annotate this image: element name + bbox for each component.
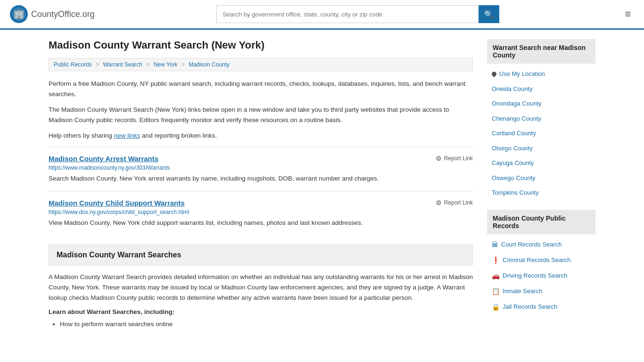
sidebar-public-records-section: Madison County Public Records 🏛 Court Re… <box>487 210 595 315</box>
jail-records-label: Jail Records Search <box>503 302 557 312</box>
sidebar-nearby-oneida[interactable]: Oneida County <box>487 82 595 97</box>
resource-url-child-support: https://www.dos.ny.gov/corps/child_suppo… <box>49 209 473 215</box>
location-dot-icon <box>491 71 497 77</box>
report-icon-1: ⚙ <box>436 155 442 162</box>
search-area: 🔍 <box>216 5 499 23</box>
resource-card-arrest-warrants: Madison County Arrest Warrants ⚙ Report … <box>49 147 473 191</box>
report-link-btn-2[interactable]: ⚙ Report Link <box>436 199 473 206</box>
resource-card-header-1: Madison County Arrest Warrants ⚙ Report … <box>49 155 473 163</box>
header: 🏢 CountyOffice.org 🔍 ≡ <box>0 0 644 30</box>
resource-desc-arrest-warrants: Search Madison County, New York arrest w… <box>49 174 473 183</box>
sidebar-nearby-section: Warrant Search near Madison County Use M… <box>487 39 595 200</box>
resource-title-child-support[interactable]: Madison County Child Support Warrants <box>49 199 185 207</box>
desc3-suffix: and reporting broken links. <box>140 132 217 139</box>
logo-area: 🏢 CountyOffice.org <box>9 5 95 24</box>
warrant-section-desc: A Madison County Warrant Search provides… <box>49 272 473 303</box>
court-records-icon: 🏛 <box>492 240 498 250</box>
resource-title-arrest-warrants[interactable]: Madison County Arrest Warrants <box>49 155 158 163</box>
sidebar-nearby-title: Warrant Search near Madison County <box>487 39 595 64</box>
sidebar-criminal-records[interactable]: ❗ Criminal Records Search <box>487 253 595 268</box>
breadcrumb-sep-3: > <box>182 61 185 68</box>
desc-paragraph-2: The Madison County Warrant Search (New Y… <box>49 105 473 125</box>
breadcrumb-sep-2: > <box>146 61 149 68</box>
warrant-section-heading: Madison County Warrant Searches <box>49 245 473 265</box>
breadcrumb: Public Records > Warrant Search > New Yo… <box>49 58 473 71</box>
criminal-records-label: Criminal Records Search <box>503 255 571 265</box>
logo-name: CountyOffice <box>31 9 80 19</box>
bullet-list: How to perform warrant searches online <box>49 319 473 330</box>
breadcrumb-public-records[interactable]: Public Records <box>54 61 92 68</box>
desc-paragraph-3: Help others by sharing new links and rep… <box>49 131 473 141</box>
report-link-label-2: Report Link <box>444 199 473 206</box>
sidebar: Warrant Search near Madison County Use M… <box>487 39 595 330</box>
resource-card-header-2: Madison County Child Support Warrants ⚙ … <box>49 199 473 207</box>
breadcrumb-new-york[interactable]: New York <box>154 61 178 68</box>
breadcrumb-warrant-search[interactable]: Warrant Search <box>103 61 142 68</box>
criminal-records-icon: ❗ <box>492 255 500 265</box>
resource-url-arrest-warrants: https://www.madisoncounty.ny.gov/303/War… <box>49 165 473 171</box>
bullet-item-1: How to perform warrant searches online <box>60 319 473 330</box>
content-area: Madison County Warrant Search (New York)… <box>49 39 473 330</box>
sidebar-nearby-oswego[interactable]: Oswego County <box>487 171 595 186</box>
svg-text:🏢: 🏢 <box>14 9 25 19</box>
main-container: Madison County Warrant Search (New York)… <box>39 30 605 339</box>
sidebar-use-my-location[interactable]: Use My Location <box>487 66 595 82</box>
report-link-label-1: Report Link <box>444 155 473 162</box>
desc3-prefix: Help others by sharing <box>49 132 114 139</box>
logo-text: CountyOffice.org <box>31 9 95 19</box>
report-link-btn-1[interactable]: ⚙ Report Link <box>436 155 473 162</box>
sidebar-nearby-chenango[interactable]: Chenango County <box>487 111 595 126</box>
jail-records-icon: 🔒 <box>492 302 500 312</box>
sidebar-nearby-cortland[interactable]: Cortland County <box>487 126 595 141</box>
logo-tld: .org <box>80 9 95 19</box>
driving-records-icon: 🚗 <box>492 271 500 281</box>
sidebar-jail-records[interactable]: 🔒 Jail Records Search <box>487 299 595 315</box>
sidebar-nearby-cayuga[interactable]: Cayuga County <box>487 156 595 171</box>
resource-card-child-support: Madison County Child Support Warrants ⚙ … <box>49 191 473 235</box>
driving-records-label: Driving Records Search <box>503 271 567 280</box>
court-records-label: Court Records Search <box>501 240 562 249</box>
inmate-search-icon: 📋 <box>492 287 500 296</box>
use-my-location-label: Use My Location <box>499 69 545 79</box>
inmate-search-label: Inmate Search <box>503 287 543 296</box>
resource-desc-child-support: View Madison County, New York child supp… <box>49 218 473 228</box>
menu-button[interactable]: ≡ <box>621 6 635 22</box>
sidebar-nearby-tompkins[interactable]: Tompkins County <box>487 185 595 200</box>
sidebar-court-records[interactable]: 🏛 Court Records Search <box>487 237 595 253</box>
report-icon-2: ⚙ <box>436 199 442 206</box>
logo-icon: 🏢 <box>9 5 28 24</box>
page-title: Madison County Warrant Search (New York) <box>49 39 473 51</box>
sidebar-nearby-otsego[interactable]: Otsego County <box>487 141 595 156</box>
breadcrumb-sep-1: > <box>96 61 99 68</box>
breadcrumb-madison-county[interactable]: Madison County <box>189 61 230 68</box>
sidebar-inmate-search[interactable]: 📋 Inmate Search <box>487 284 595 299</box>
search-input[interactable] <box>216 5 479 23</box>
sidebar-public-records-title: Madison County Public Records <box>487 210 595 234</box>
sidebar-driving-records[interactable]: 🚗 Driving Records Search <box>487 268 595 284</box>
desc-paragraph-1: Perform a free Madison County, NY public… <box>49 79 473 99</box>
sidebar-nearby-onondaga[interactable]: Onondaga County <box>487 96 595 111</box>
new-links-link[interactable]: new links <box>114 132 140 139</box>
search-button[interactable]: 🔍 <box>479 5 499 23</box>
learn-heading: Learn about Warrant Searches, including: <box>49 308 473 315</box>
